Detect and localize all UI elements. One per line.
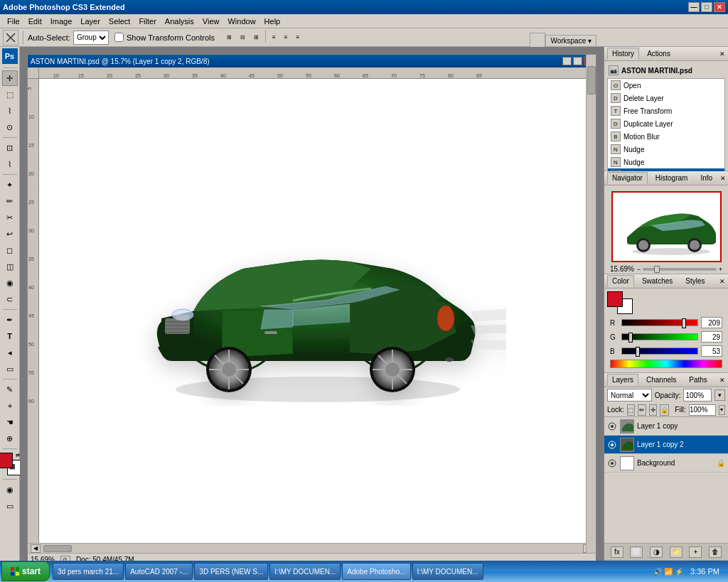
menu-filter[interactable]: Filter: [134, 16, 160, 27]
layer-item-0[interactable]: Layer 1 copy: [604, 417, 728, 436]
align-right-btn[interactable]: ⊞: [250, 30, 262, 45]
zoom-tool[interactable]: ⊕: [2, 431, 18, 446]
menu-image[interactable]: Image: [46, 16, 77, 27]
menu-edit[interactable]: Edit: [24, 16, 46, 27]
b-thumb[interactable]: [636, 347, 640, 357]
blur-tool[interactable]: ◉: [2, 275, 18, 291]
gradient-tool[interactable]: ◫: [2, 259, 18, 274]
maximize-button[interactable]: □: [701, 2, 712, 12]
color-tab[interactable]: Color: [607, 275, 634, 287]
show-transform-checkbox[interactable]: [114, 33, 124, 42]
pen-tool[interactable]: ✒: [2, 312, 18, 328]
align-center-h-btn[interactable]: ⊟: [237, 30, 249, 45]
scroll-left-button[interactable]: ◀: [31, 544, 41, 553]
autoselect-dropdown[interactable]: Group Layer: [73, 31, 109, 45]
crop-tool[interactable]: ⊡: [2, 140, 18, 156]
doc-maximize-button[interactable]: □: [573, 57, 582, 65]
clone-tool[interactable]: ✂: [2, 210, 18, 225]
brush-tool[interactable]: ✏: [2, 193, 18, 209]
menu-select[interactable]: Select: [105, 16, 135, 27]
hand-tool[interactable]: ☚: [2, 414, 18, 430]
menu-view[interactable]: View: [198, 16, 224, 27]
menu-layer[interactable]: Layer: [76, 16, 105, 27]
quick-select-tool[interactable]: ⊙: [2, 119, 18, 135]
note-tool[interactable]: ✎: [2, 382, 18, 397]
lock-transparent-btn[interactable]: ⬚: [627, 404, 635, 416]
align-left-btn[interactable]: ⊞: [223, 30, 235, 45]
v-scroll-thumb[interactable]: [587, 79, 596, 95]
info-tab[interactable]: Info: [695, 172, 717, 184]
taskbar-item-1[interactable]: AutoCAD 2007 -...: [125, 563, 193, 580]
eraser-tool[interactable]: ◻: [2, 242, 18, 258]
lock-image-btn[interactable]: ✏: [638, 404, 646, 416]
history-item-2[interactable]: T Free Transform: [608, 104, 724, 117]
layer-mask-button[interactable]: ⬜: [630, 546, 643, 558]
layer-group-button[interactable]: 📁: [670, 546, 682, 558]
layer-visibility-2[interactable]: [607, 458, 617, 468]
fill-input[interactable]: [689, 404, 716, 416]
zoom-plus-icon[interactable]: +: [719, 266, 722, 273]
layer-item-1[interactable]: Layer 1 copy 2: [604, 436, 728, 454]
screen-mode-tool[interactable]: ▭: [2, 498, 18, 514]
b-value-input[interactable]: 53: [701, 345, 722, 357]
history-tab[interactable]: History: [607, 48, 639, 60]
layer-adjustment-button[interactable]: ◑: [650, 546, 663, 558]
fill-options-btn[interactable]: ▾: [719, 405, 725, 415]
path-select-tool[interactable]: ◂: [2, 345, 18, 360]
lasso-tool[interactable]: ⌇: [2, 103, 18, 119]
zoom-slider-track[interactable]: [643, 268, 717, 271]
shape-tool[interactable]: ▭: [2, 361, 18, 377]
b-slider[interactable]: [621, 347, 698, 355]
layer-fx-button[interactable]: fx: [611, 546, 623, 558]
g-value-input[interactable]: 29: [701, 331, 722, 343]
quick-mask-tool[interactable]: ◉: [2, 482, 18, 497]
lock-all-btn[interactable]: 🔒: [660, 404, 669, 416]
navigator-tab[interactable]: Navigator: [607, 172, 648, 184]
zoom-minus-icon[interactable]: −: [637, 266, 641, 273]
history-item-1[interactable]: D Delete Layer: [608, 92, 724, 104]
g-slider[interactable]: [621, 333, 698, 340]
taskbar-item-2[interactable]: 3D PERS (NEW S...: [194, 563, 268, 580]
color-panel-close[interactable]: ✕: [719, 278, 725, 285]
layers-tab[interactable]: Layers: [607, 374, 638, 386]
channels-tab[interactable]: Channels: [641, 374, 681, 386]
histogram-tab[interactable]: Histogram: [651, 172, 693, 184]
workspace-button[interactable]: Workspace ▾: [545, 35, 596, 47]
history-item-4[interactable]: B Motion Blur: [608, 130, 724, 143]
blend-mode-select[interactable]: Normal Multiply Screen: [607, 389, 652, 402]
layer-delete-button[interactable]: 🗑: [709, 546, 722, 558]
dodge-tool[interactable]: ⊂: [2, 291, 18, 307]
doc-minimize-button[interactable]: _: [562, 57, 572, 65]
zoom-slider-thumb[interactable]: [654, 266, 660, 273]
menu-help[interactable]: Help: [260, 16, 285, 27]
menu-analysis[interactable]: Analysis: [161, 16, 198, 27]
navigator-panel-close[interactable]: ✕: [720, 175, 726, 182]
menu-file[interactable]: File: [3, 16, 24, 27]
paths-tab[interactable]: Paths: [684, 374, 712, 386]
minimize-button[interactable]: —: [688, 2, 700, 12]
taskbar-item-3[interactable]: I:\MY DOCUMEN...: [269, 563, 341, 580]
actions-tab[interactable]: Actions: [642, 48, 675, 60]
history-panel-close[interactable]: ✕: [719, 50, 725, 58]
history-item-6[interactable]: N Nudge: [608, 156, 724, 168]
horizontal-scrollbar[interactable]: ◀ ▶: [28, 543, 596, 553]
distribute-right-btn[interactable]: ≡: [292, 30, 303, 45]
r-thumb[interactable]: [682, 318, 686, 328]
vertical-scrollbar[interactable]: [586, 79, 596, 543]
history-item-3[interactable]: D Duplicate Layer: [608, 117, 724, 130]
styles-tab[interactable]: Styles: [680, 275, 710, 287]
color-spectrum[interactable]: [610, 360, 722, 368]
taskbar-item-4[interactable]: Adobe Photosho...: [342, 563, 410, 580]
doc-canvas[interactable]: [39, 79, 596, 543]
lock-position-btn[interactable]: ✛: [649, 404, 657, 416]
select-rect-tool[interactable]: ⬚: [2, 87, 18, 102]
text-tool[interactable]: T: [2, 328, 18, 344]
move-tool[interactable]: ✛: [2, 70, 18, 86]
eyedropper2-tool[interactable]: ⌖: [2, 398, 18, 414]
distribute-left-btn[interactable]: ≡: [269, 30, 279, 45]
taskbar-item-0[interactable]: 3d pers march 21...: [53, 563, 124, 580]
opacity-input[interactable]: [683, 389, 712, 402]
foreground-color-box[interactable]: [0, 453, 13, 468]
r-value-input[interactable]: 209: [701, 317, 722, 328]
swatches-tab[interactable]: Swatches: [637, 275, 678, 287]
